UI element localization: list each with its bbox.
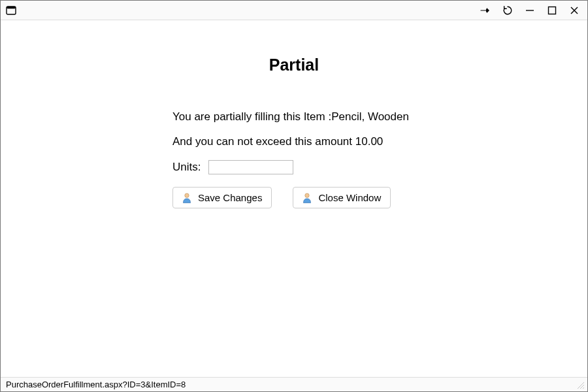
status-text: PurchaseOrderFulfillment.aspx?ID=3&ItemI… — [6, 380, 186, 389]
units-input[interactable] — [208, 160, 293, 174]
button-row: Save Changes Close Window — [172, 187, 391, 208]
svg-line-12 — [583, 387, 584, 389]
titlebar-left — [6, 5, 16, 16]
person-icon — [302, 193, 312, 203]
svg-point-9 — [305, 193, 309, 197]
max-amount-value: 10.00 — [355, 135, 384, 148]
window-titlebar — [1, 1, 587, 20]
minimize-icon[interactable] — [525, 5, 535, 16]
fill-item-prefix: You are partially filling this Item : — [172, 110, 331, 123]
max-amount-text: And you can not exceed this amount 10.00 — [172, 135, 383, 148]
refresh-icon[interactable] — [502, 5, 513, 16]
pin-icon[interactable] — [480, 5, 491, 16]
svg-rect-5 — [549, 7, 556, 14]
units-row: Units: — [172, 160, 293, 174]
fill-item-text: You are partially filling this Item :Pen… — [172, 110, 409, 123]
app-icon — [6, 5, 16, 16]
person-icon — [182, 193, 191, 203]
svg-point-8 — [185, 193, 189, 197]
page-title: Partial — [1, 56, 587, 74]
close-window-button[interactable]: Close Window — [293, 187, 391, 208]
resize-grip-icon[interactable] — [576, 380, 585, 389]
close-window-label: Close Window — [318, 192, 381, 203]
status-bar: PurchaseOrderFulfillment.aspx?ID=3&ItemI… — [1, 377, 587, 391]
fill-item-name: Pencil, Wooden — [331, 110, 409, 123]
close-icon[interactable] — [569, 5, 580, 16]
max-amount-prefix: And you can not exceed this amount — [172, 135, 355, 148]
content-area: Partial You are partially filling this I… — [1, 20, 587, 377]
save-changes-button[interactable]: Save Changes — [172, 187, 272, 208]
save-changes-label: Save Changes — [198, 192, 262, 203]
maximize-icon[interactable] — [547, 5, 557, 16]
units-label: Units: — [172, 161, 201, 174]
svg-rect-3 — [486, 8, 487, 12]
titlebar-right — [480, 5, 583, 16]
svg-rect-1 — [7, 7, 16, 8]
